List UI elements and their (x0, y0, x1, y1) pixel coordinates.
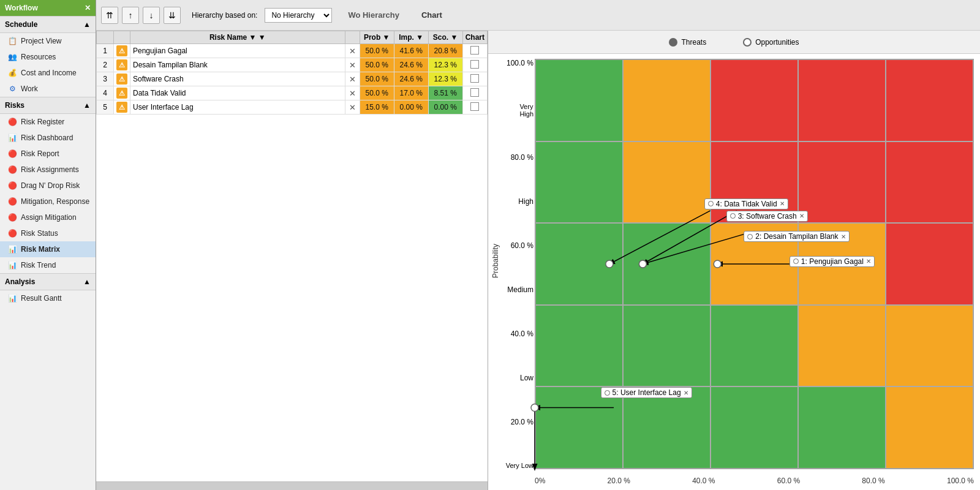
point-risk3[interactable] (639, 260, 646, 268)
sidebar-item-mitigation-response[interactable]: 🔴 Mitigation, Response (0, 194, 96, 209)
drag-drop-icon: 🔴 (7, 181, 17, 190)
cell-imp: 41.6 % (394, 44, 428, 58)
col-header-prob[interactable]: Prob ▼ (360, 31, 394, 44)
risks-collapse-icon[interactable]: ▲ (83, 101, 91, 110)
sidebar-item-risk-trend[interactable]: 📊 Risk Trend (0, 257, 96, 273)
chart-checkbox[interactable] (470, 102, 479, 111)
arrow-risk4 (609, 211, 710, 264)
x-label-40: 40.0 % (692, 477, 715, 485)
sidebar-item-work[interactable]: ⚙ Work (0, 81, 96, 97)
hierarchy-select[interactable]: No Hierarchy WO Hierarchy (265, 8, 332, 23)
table-horizontal-scrollbar[interactable] (96, 481, 488, 490)
hierarchy-label: Hierarchy based on: (192, 11, 257, 20)
sidebar-item-resources[interactable]: 👥 Resources (0, 49, 96, 65)
sidebar: Workflow ✕ Schedule ▲ 📋 Project View 👥 R… (0, 0, 96, 490)
threats-label: Threats (681, 38, 706, 47)
sidebar-item-risk-status[interactable]: 🔴 Risk Status (0, 225, 96, 241)
col-header-imp[interactable]: Imp. ▼ (394, 31, 428, 44)
cell-score: 8.51 % (428, 86, 462, 100)
sidebar-item-risk-matrix[interactable]: 📊 Risk Matrix (0, 241, 96, 257)
arrow-risk2 (643, 231, 754, 264)
sidebar-item-label: Risk Dashboard (21, 134, 73, 142)
cell-x: ✕ (345, 58, 360, 72)
x-mark-icon: ✕ (349, 103, 356, 112)
chart-checkbox[interactable] (470, 88, 479, 97)
sidebar-item-drag-drop-risk[interactable]: 🔴 Drag N' Drop Risk (0, 178, 96, 194)
analysis-collapse-icon[interactable]: ▲ (83, 277, 91, 286)
cell-imp: 24.6 % (394, 58, 428, 72)
cell-num: 1 (97, 44, 114, 58)
x-label-60: 60.0 % (777, 477, 800, 485)
cell-score: 12.3 % (428, 72, 462, 86)
x-axis-labels: 0% 20.0 % 40.0 % 60.0 % 80.0 % 100.0 % (535, 477, 974, 485)
y-label-40: 40.0 % (511, 330, 533, 338)
opportunities-radio[interactable] (743, 38, 752, 47)
cell-icon: ⚠ (114, 86, 130, 100)
sidebar-item-label: Resources (21, 53, 56, 61)
cell-icon: ⚠ (114, 44, 130, 58)
sidebar-item-assign-mitigation[interactable]: 🔴 Assign Mitigation (0, 209, 96, 225)
cell-icon: ⚠ (114, 58, 130, 72)
sidebar-item-project-view[interactable]: 📋 Project View (0, 33, 96, 49)
threats-radio[interactable] (669, 38, 677, 47)
cell-icon: ⚠ (114, 100, 130, 115)
risk5-label-text: 5: User Interface Lag (612, 388, 681, 397)
cell-name: Software Crash (130, 72, 345, 86)
cell-x: ✕ (345, 86, 360, 100)
sidebar-item-label: Risk Matrix (21, 245, 60, 254)
sidebar-item-risk-dashboard[interactable]: 📊 Risk Dashboard (0, 130, 96, 146)
cell-name: Desain Tampilan Blank (130, 58, 345, 72)
y-label-vh: VeryHigh (519, 103, 533, 118)
chart-checkbox[interactable] (470, 74, 479, 83)
sidebar-item-risk-report[interactable]: 🔴 Risk Report (0, 146, 96, 162)
sidebar-item-label: Risk Assignments (21, 165, 79, 174)
sidebar-item-risk-assignments[interactable]: 🔴 Risk Assignments (0, 162, 96, 178)
point-risk1[interactable] (714, 260, 721, 268)
risk4-close-icon[interactable]: ✕ (780, 200, 785, 207)
cell-chart (462, 58, 487, 72)
y-label-vl: Very Low (506, 462, 533, 469)
threats-tab[interactable]: Threats (669, 38, 706, 47)
col-header-risk-name[interactable]: Risk Name ▼ ▼ (130, 31, 345, 44)
close-icon[interactable]: ✕ (85, 4, 91, 12)
point-risk5[interactable] (531, 404, 538, 412)
chart-checkbox[interactable] (470, 60, 479, 69)
table-area: Risk Name ▼ ▼ Prob ▼ Imp. ▼ Sco. ▼ Chart (96, 31, 488, 490)
filter-icon[interactable]: ▼ (258, 33, 266, 42)
risk3-close-icon[interactable]: ✕ (799, 213, 804, 219)
assign-mitigation-icon: 🔴 (7, 213, 17, 222)
chart-area: Threats Opportunities Probability 100.0 … (488, 31, 980, 490)
risk5-close-icon[interactable]: ✕ (684, 390, 688, 396)
opportunities-tab[interactable]: Opportunities (743, 38, 799, 47)
chart-header: Threats Opportunities (488, 31, 980, 54)
sidebar-item-cost-income[interactable]: 💰 Cost and Income (0, 65, 96, 81)
risk4-label-text: 4: Data Tidak Valid (716, 200, 777, 208)
cell-prob: 50.0 % (360, 58, 394, 72)
risk3-label-text: 3: Software Crash (738, 212, 797, 221)
risk2-close-icon[interactable]: ✕ (841, 233, 846, 240)
col-header-score[interactable]: Sco. ▼ (428, 31, 462, 44)
sort-first-button[interactable]: ⇈ (101, 7, 118, 24)
opportunities-label: Opportunities (755, 38, 799, 47)
col-header-icon (114, 31, 130, 44)
risk-matrix-icon: 📊 (7, 244, 17, 254)
x-mark-icon: ✕ (349, 89, 356, 98)
sidebar-item-result-gantt[interactable]: 📊 Result Gantt (0, 290, 96, 306)
sort-down-button[interactable]: ↓ (143, 7, 160, 24)
sidebar-item-risk-register[interactable]: 🔴 Risk Register (0, 114, 96, 130)
table-scroll[interactable]: Risk Name ▼ ▼ Prob ▼ Imp. ▼ Sco. ▼ Chart (96, 31, 488, 481)
sort-up-button[interactable]: ↑ (122, 7, 139, 24)
cell-x: ✕ (345, 44, 360, 58)
risk2-label-text: 2: Desain Tampilan Blank (755, 232, 838, 241)
cell-score: 0.00 % (428, 100, 462, 115)
imp-sort-icon: ▼ (416, 33, 423, 42)
risk-type-icon: ⚠ (116, 102, 127, 113)
sidebar-item-label: Mitigation, Response (21, 197, 89, 206)
risk-label-4: 4: Data Tidak Valid ✕ (704, 198, 788, 209)
risk1-close-icon[interactable]: ✕ (866, 258, 871, 265)
cell-x: ✕ (345, 100, 360, 115)
chart-checkbox[interactable] (470, 46, 479, 55)
sort-last-button[interactable]: ⇊ (164, 7, 181, 24)
point-risk4[interactable] (606, 260, 613, 268)
schedule-collapse-icon[interactable]: ▲ (83, 20, 91, 29)
